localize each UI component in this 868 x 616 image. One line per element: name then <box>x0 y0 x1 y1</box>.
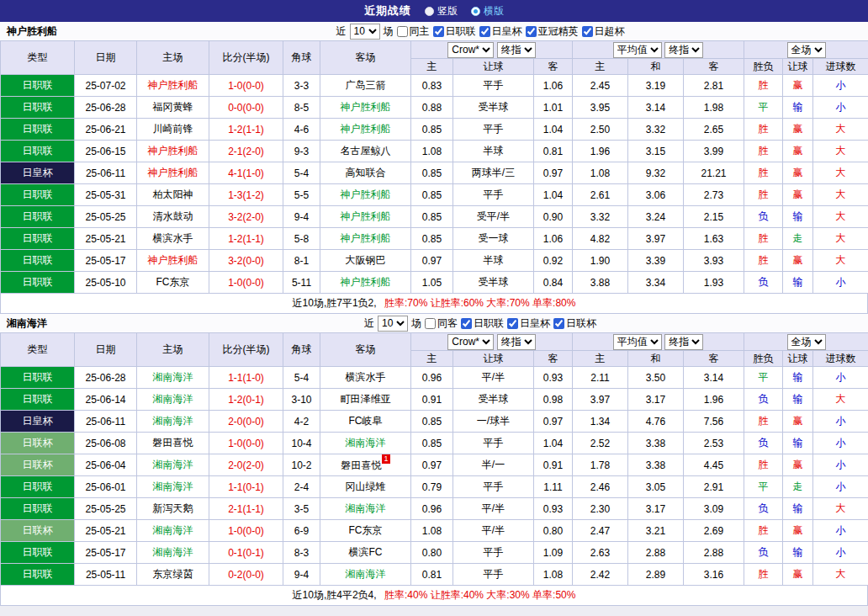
corners: 2-4 <box>283 476 320 498</box>
col-home-header: 主场 <box>137 41 209 75</box>
result-handicap: 输 <box>783 367 813 389</box>
avg-type-select[interactable]: 平均值 <box>613 42 662 58</box>
avg-draw: 3.32 <box>628 119 684 141</box>
match-row: 日皇杯25-06-11湘南海洋2-0(0-0)4-2FC岐阜0.85一/球半0.… <box>1 411 868 433</box>
result-goals: 小 <box>813 542 868 564</box>
odds-home: 0.85 <box>411 433 453 454</box>
odds-home: 0.83 <box>411 75 453 97</box>
away-team: 湘南海洋 <box>320 498 411 520</box>
avg-type-select[interactable]: 平均值 <box>613 334 662 350</box>
avg-away: 3.99 <box>684 141 744 162</box>
same-venue-checkbox[interactable]: 同主 <box>397 24 430 39</box>
avg-home: 2.45 <box>573 75 628 97</box>
score: 0-1(0-1) <box>209 542 283 564</box>
team-section-away: 湘南海洋 近 10 场 同客 日职联日皇杯日联杯 类型 <box>0 314 868 606</box>
same-venue-label: 同客 <box>437 316 458 331</box>
result-handicap: 走 <box>783 476 813 498</box>
odds-home: 0.91 <box>411 389 453 411</box>
league-filter-checkbox[interactable]: 日职联 <box>461 316 504 331</box>
same-venue-checkbox-input[interactable] <box>425 318 436 329</box>
odds-company-select[interactable]: Crow* <box>447 42 494 58</box>
league-checkbox-input[interactable] <box>582 26 593 37</box>
league-filter-checkbox[interactable]: 日超杯 <box>582 24 625 39</box>
result-wdl: 平 <box>744 97 783 119</box>
odds-home: 0.96 <box>411 498 453 520</box>
avg-draw: 9.32 <box>628 162 684 184</box>
same-venue-checkbox-input[interactable] <box>397 26 408 37</box>
result-goals: 小 <box>813 367 868 389</box>
odds-handicap: 平/半 <box>453 520 534 542</box>
layout-horizontal-radio[interactable]: 横版 <box>471 4 504 19</box>
league-checkbox-input[interactable] <box>479 26 490 37</box>
odds-stage-select[interactable]: 终指 <box>497 42 536 58</box>
avg-draw: 3.39 <box>628 250 684 272</box>
col-corner-header: 角球 <box>283 41 320 75</box>
league-filter-checkbox[interactable]: 亚冠精英 <box>526 24 579 39</box>
result-goals: 大 <box>813 228 868 250</box>
odds-company-select[interactable]: Crow* <box>447 334 494 350</box>
avg-stage-select[interactable]: 终指 <box>664 334 703 350</box>
odds-stage-select[interactable]: 终指 <box>497 334 536 350</box>
match-count-select[interactable]: 10 <box>378 316 408 332</box>
col-date-header: 日期 <box>75 41 137 75</box>
result-handicap-header: 让球 <box>783 351 813 367</box>
home-team: FC东京 <box>137 272 209 294</box>
result-goals: 大 <box>813 184 868 206</box>
odds-home: 0.85 <box>411 228 453 250</box>
match-row: 日职联25-05-17神户胜利船3-2(0-0)8-1大阪钢巴0.97半球0.9… <box>1 250 868 272</box>
league-filter-checkbox[interactable]: 日皇杯 <box>479 24 522 39</box>
corners: 4-6 <box>283 119 320 141</box>
league-checkbox-input[interactable] <box>507 318 518 329</box>
scope-group-header: 全场 <box>744 41 868 59</box>
result-handicap: 赢 <box>783 454 813 476</box>
same-venue-checkbox[interactable]: 同客 <box>425 316 458 331</box>
match-row: 日联杯25-05-21湘南海洋1-0(0-0)6-9FC东京1.08平/半0.8… <box>1 520 868 542</box>
away-team: 神户胜利船 <box>320 184 411 206</box>
team-name: 湘南海洋 <box>7 316 47 331</box>
result-wdl-header: 胜负 <box>744 59 783 75</box>
league-checkbox-input[interactable] <box>526 26 537 37</box>
scope-select[interactable]: 全场 <box>787 334 826 350</box>
avg-draw: 3.19 <box>628 75 684 97</box>
result-goals: 小 <box>813 75 868 97</box>
result-wdl: 负 <box>744 433 783 454</box>
league-checkbox-input[interactable] <box>553 318 564 329</box>
league-checkbox-input[interactable] <box>433 26 444 37</box>
league-checkbox-input[interactable] <box>461 318 472 329</box>
recent-results-page: 近期战绩 竖版 横版 神户胜利船 近 10 场 同主 日职联日皇杯亚冠精英日超杯 <box>0 0 868 616</box>
match-count-select[interactable]: 10 <box>350 24 380 40</box>
result-wdl: 胜 <box>744 141 783 162</box>
odds-handicap: 平手 <box>453 542 534 564</box>
result-goals: 大 <box>813 162 868 184</box>
avg-away-header: 客 <box>684 59 744 75</box>
avg-stage-select[interactable]: 终指 <box>664 42 703 58</box>
match-row: 日职联25-06-15神户胜利船2-1(2-0)9-3名古屋鲸八1.08半球0.… <box>1 141 868 162</box>
col-type-header: 类型 <box>1 333 75 367</box>
result-handicap: 输 <box>783 542 813 564</box>
corners: 8-1 <box>283 250 320 272</box>
league-type-badge: 日职联 <box>1 476 75 498</box>
corners: 8-3 <box>283 542 320 564</box>
odds-home-header: 主 <box>411 351 453 367</box>
match-row: 日职联25-05-17湘南海洋0-1(0-1)8-3横滨FC0.80平手1.09… <box>1 542 868 564</box>
match-date: 25-05-17 <box>75 542 137 564</box>
scope-select[interactable]: 全场 <box>787 42 826 58</box>
league-checkbox-label: 日皇杯 <box>492 24 522 39</box>
odds-away: 0.97 <box>534 162 573 184</box>
match-date: 25-06-11 <box>75 411 137 433</box>
home-team: 新泻天鹅 <box>137 498 209 520</box>
league-type-badge: 日职联 <box>1 97 75 119</box>
layout-vertical-radio[interactable]: 竖版 <box>425 4 458 19</box>
match-date: 25-06-28 <box>75 97 137 119</box>
match-row: 日职联25-06-21川崎前锋1-2(1-1)4-6神户胜利船0.85平手1.0… <box>1 119 868 141</box>
odds-away: 1.01 <box>534 97 573 119</box>
avg-draw: 3.50 <box>628 367 684 389</box>
odds-away: 0.90 <box>534 206 573 228</box>
odds-line-header: 让球 <box>453 59 534 75</box>
odds-home: 0.79 <box>411 476 453 498</box>
league-filter-checkbox[interactable]: 日职联 <box>433 24 476 39</box>
home-team: 湘南海洋 <box>137 389 209 411</box>
result-wdl: 负 <box>744 498 783 520</box>
league-filter-checkbox[interactable]: 日联杯 <box>553 316 596 331</box>
league-filter-checkbox[interactable]: 日皇杯 <box>507 316 550 331</box>
